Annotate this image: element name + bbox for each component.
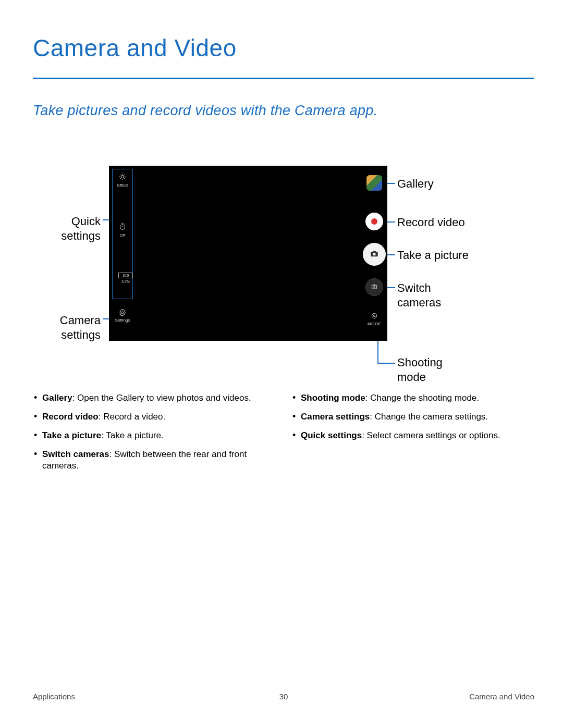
svg-rect-15: [372, 285, 376, 289]
description-bullets: Gallery: Open the Gallery to view photos…: [33, 392, 534, 479]
callout-shooting-mode: Shootingmode: [397, 355, 443, 384]
page: Camera and Video Take pictures and recor…: [0, 0, 563, 728]
bullet-quick-settings: Quick settings: Select camera settings o…: [291, 430, 534, 441]
record-video-button[interactable]: [365, 213, 383, 230]
callout-camera-settings: Camerasettings: [33, 313, 101, 342]
ratio-value: 16:9: [118, 273, 133, 278]
svg-point-17: [373, 315, 375, 316]
title-rule: [33, 78, 534, 79]
mode-icon: [364, 312, 384, 320]
mode-button[interactable]: MODE: [364, 312, 384, 326]
page-title: Camera and Video: [33, 34, 534, 62]
switch-camera-icon: [370, 282, 378, 292]
svg-point-14: [373, 253, 375, 255]
resolution-value: 3.7M: [118, 280, 133, 283]
camera-diagram: Quicksettings Camerasettings: [33, 166, 534, 392]
quick-settings-box[interactable]: Effect Off 16:9 3.7M: [112, 169, 133, 299]
leader-shooting-mode-h: [377, 363, 395, 364]
svg-line-5: [120, 175, 121, 175]
settings-label: Settings: [115, 318, 130, 323]
camera-icon: [370, 249, 379, 260]
svg-line-7: [120, 178, 121, 179]
timer-setting[interactable]: Off: [113, 223, 132, 238]
svg-line-12: [125, 224, 125, 225]
leader-gallery: [387, 183, 395, 184]
leader-shooting-mode-v: [377, 341, 378, 363]
effect-label: Effect: [117, 183, 128, 188]
callout-gallery: Gallery: [397, 177, 434, 191]
page-footer: Applications 30 Camera and Video: [33, 692, 534, 701]
svg-point-9: [120, 225, 125, 229]
callout-record-video: Record video: [397, 215, 465, 230]
mode-label-text: MODE: [368, 322, 381, 326]
leader-record: [387, 221, 395, 223]
timer-icon: [113, 223, 132, 232]
bullet-gallery: Gallery: Open the Gallery to view photos…: [33, 392, 276, 404]
resolution-setting[interactable]: 16:9 3.7M: [118, 273, 133, 283]
svg-line-6: [124, 178, 125, 179]
svg-point-0: [121, 175, 124, 178]
callout-take-picture: Take a picture: [397, 248, 469, 263]
bullets-left-column: Gallery: Open the Gallery to view photos…: [33, 392, 276, 479]
record-dot-icon: [371, 218, 377, 225]
bullet-take-picture: Take a picture: Take a picture.: [33, 430, 276, 441]
svg-point-16: [372, 313, 376, 318]
bullet-shooting-mode: Shooting mode: Change the shooting mode.: [291, 392, 534, 404]
gear-icon: [112, 309, 133, 317]
effect-setting[interactable]: Effect: [113, 172, 132, 188]
bullet-switch-cameras: Switch cameras: Switch between the rear …: [33, 449, 276, 472]
gallery-button[interactable]: [366, 175, 382, 191]
bullet-record-video: Record video: Record a video.: [33, 411, 276, 423]
camera-settings-button[interactable]: Settings: [112, 309, 133, 323]
timer-label: Off: [120, 233, 126, 238]
svg-line-8: [124, 175, 125, 175]
bullet-camera-settings: Camera settings: Change the camera setti…: [291, 411, 534, 423]
switch-camera-button[interactable]: [365, 278, 383, 296]
leader-switch: [387, 287, 395, 288]
leader-take-picture: [387, 254, 395, 255]
bullets-right-column: Shooting mode: Change the shooting mode.…: [291, 392, 534, 479]
callout-quick-settings: Quicksettings: [33, 214, 101, 243]
page-subtitle: Take pictures and record videos with the…: [33, 103, 534, 119]
effect-icon: [113, 172, 132, 182]
svg-point-13: [121, 312, 124, 314]
callout-switch-cameras: Switchcameras: [397, 281, 441, 310]
camera-ui: Effect Off 16:9 3.7M: [109, 166, 387, 341]
footer-page-number: 30: [33, 692, 534, 701]
take-picture-button[interactable]: [363, 243, 386, 266]
